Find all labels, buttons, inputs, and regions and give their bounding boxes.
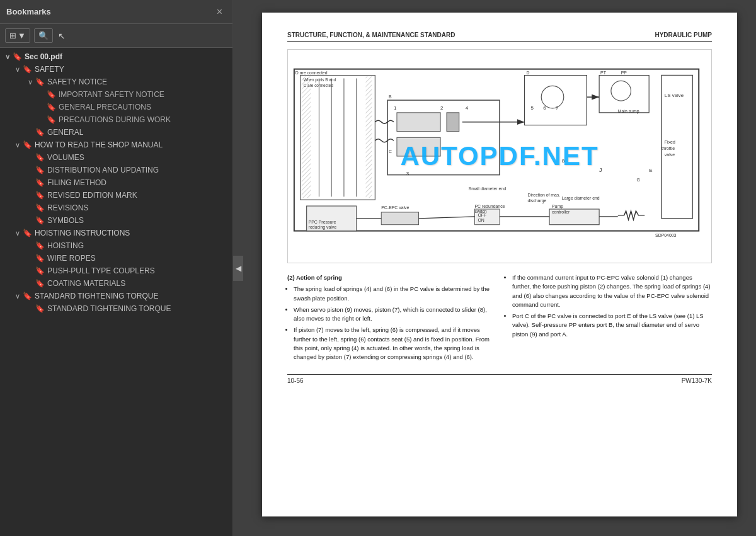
close-button[interactable]: × (213, 5, 226, 19)
bookmark-label: SAFETY NOTICE (47, 77, 232, 86)
bookmark-icon: 🔖 (23, 229, 32, 237)
pdf-page: STRUCTURE, FUNCTION, & MAINTENANCE STAND… (262, 13, 737, 516)
toggle-icon: ∨ (13, 292, 23, 300)
header-right: HYDRAULIC PUMP (655, 31, 712, 38)
bookmark-icon: 🔖 (23, 140, 32, 149)
bookmark-label: Sec 00.pdf (25, 52, 232, 61)
svg-rect-1 (301, 76, 375, 200)
svg-text:E: E (649, 168, 652, 173)
bookmark-item-safety[interactable]: ∨🔖SAFETY (0, 63, 232, 76)
svg-text:throttle: throttle (662, 146, 675, 151)
svg-text:discharge: discharge (527, 198, 546, 203)
bookmark-item-coating[interactable]: 🔖COATING MATERIALS (0, 277, 232, 290)
svg-text:When ports B and: When ports B and (304, 77, 336, 83)
svg-text:2: 2 (440, 105, 443, 111)
bookmark-item-root[interactable]: ∨🔖Sec 00.pdf (0, 50, 232, 63)
bookmark-item-distribution[interactable]: 🔖DISTRIBUTION AND UPDATING (0, 164, 232, 176)
svg-text:4: 4 (466, 105, 469, 111)
hydraulic-diagram: OFF ON D are connected When ports B and … (288, 50, 711, 263)
sidebar: Bookmarks × ⊞ ▼ 🔍 ↖ ∨🔖Sec 00.pdf∨🔖SAFETY… (0, 0, 233, 536)
bookmark-item-symbols[interactable]: 🔖SYMBOLS (0, 214, 232, 227)
svg-text:6: 6 (543, 105, 546, 111)
svg-text:Direction of mas.: Direction of mas. (527, 193, 560, 197)
bookmark-label: REVISED EDITION MARK (47, 191, 232, 200)
svg-text:7: 7 (556, 105, 558, 111)
bookmark-icon: 🔖 (35, 203, 45, 212)
bookmark-label: HOISTING (47, 241, 232, 250)
svg-text:J: J (599, 167, 602, 173)
svg-text:D are connected: D are connected (295, 71, 328, 75)
svg-text:D: D (526, 71, 529, 75)
bookmark-label: COATING MATERIALS (47, 279, 232, 288)
bookmark-item-wire-ropes[interactable]: 🔖WIRE ROPES (0, 252, 232, 265)
bookmark-item-general[interactable]: 🔖GENERAL (0, 126, 232, 139)
bookmark-label: PRECAUTIONS DURING WORK (59, 115, 232, 124)
bookmark-icon: 🔖 (35, 216, 45, 225)
bookmarks-tree: ∨🔖Sec 00.pdf∨🔖SAFETY∨🔖SAFETY NOTICE🔖IMPO… (0, 48, 232, 536)
bookmark-item-hoisting[interactable]: ∨🔖HOISTING INSTRUCTIONS (0, 227, 232, 239)
bookmark-label: SYMBOLS (47, 216, 232, 225)
svg-text:C are connected: C are connected (304, 83, 333, 88)
search-icon: 🔍 (38, 31, 49, 40)
svg-text:reducing valve: reducing valve (309, 225, 337, 230)
bookmark-item-safety-notice[interactable]: ∨🔖SAFETY NOTICE (0, 76, 232, 88)
bookmark-item-revisions[interactable]: 🔖REVISIONS (0, 202, 232, 214)
bookmark-label: HOISTING INSTRUCTIONS (35, 229, 232, 237)
toggle-icon: ∨ (13, 66, 23, 74)
svg-text:switch: switch (474, 209, 486, 214)
bullet-list-right: If the command current input to PC-EPC v… (506, 273, 712, 339)
toggle-icon: ∨ (13, 141, 23, 149)
svg-rect-7 (302, 77, 311, 198)
bookmark-item-volumes[interactable]: 🔖VOLUMES (0, 151, 232, 164)
toolbar: ⊞ ▼ 🔍 ↖ (0, 24, 232, 48)
bookmark-icon: 🔖 (35, 166, 45, 174)
svg-text:3: 3 (406, 171, 410, 176)
bookmark-item-how-to-read[interactable]: ∨🔖HOW TO READ THE SHOP MANUAL (0, 139, 232, 151)
header-left: STRUCTURE, FUNCTION, & MAINTENANCE STAND… (287, 31, 455, 38)
list-item: If piston (7) moves to the left, spring … (294, 326, 493, 362)
bookmark-item-push-pull[interactable]: 🔖PUSH-PULL TYPE COUPLERS (0, 265, 232, 277)
page-footer: 10-56 PW130-7K (287, 374, 712, 384)
svg-text:C: C (389, 149, 392, 154)
bookmark-item-precautions-during[interactable]: 🔖PRECAUTIONS DURING WORK (0, 113, 232, 126)
document-id: PW130-7K (682, 377, 712, 384)
grid-icon: ⊞ (9, 31, 16, 40)
bookmark-item-std-torque-sub[interactable]: 🔖STANDARD TIGHTENING TORQUE (0, 302, 232, 315)
bookmark-label: VOLUMES (47, 153, 232, 162)
svg-text:1: 1 (394, 105, 396, 111)
expand-collapse-button[interactable]: ⊞ ▼ (5, 28, 30, 43)
sidebar-title: Bookmarks (6, 7, 51, 16)
search-bookmark-button[interactable]: 🔍 (34, 28, 53, 43)
bookmark-icon: 🔖 (35, 254, 45, 263)
bookmark-label: WIRE ROPES (47, 254, 232, 263)
svg-rect-14 (599, 76, 649, 113)
bookmark-item-revised-edition[interactable]: 🔖REVISED EDITION MARK (0, 189, 232, 202)
svg-point-17 (611, 81, 631, 101)
svg-rect-13 (525, 76, 587, 125)
section-title: (2) Action of spring (287, 273, 493, 282)
svg-text:Pump: Pump (552, 204, 563, 209)
page-container[interactable]: STRUCTURE, FUNCTION, & MAINTENANCE STAND… (243, 0, 756, 536)
bookmark-label: IMPORTANT SAFETY NOTICE (59, 90, 232, 99)
sidebar-header: Bookmarks × (0, 0, 232, 24)
text-column-right: If the command current input to PC-EPC v… (506, 273, 712, 364)
svg-text:LS valve: LS valve (665, 93, 684, 98)
bookmark-item-general-precautions[interactable]: 🔖GENERAL PRECAUTIONS (0, 101, 232, 113)
svg-text:valve: valve (665, 152, 675, 157)
bookmark-icon: 🔖 (35, 241, 45, 250)
bookmark-icon: 🔖 (35, 178, 45, 187)
svg-text:Small diameter end: Small diameter end (469, 186, 507, 191)
svg-rect-22 (381, 212, 418, 225)
bookmark-label: HOW TO READ THE SHOP MANUAL (35, 140, 232, 149)
toggle-icon: ∨ (3, 53, 13, 61)
collapse-sidebar-button[interactable]: ◀ (233, 256, 243, 281)
bookmark-item-std-torque[interactable]: ∨🔖STANDARD TIGHTENING TORQUE (0, 290, 232, 302)
svg-line-28 (419, 217, 475, 219)
svg-text:SDP04003: SDP04003 (655, 233, 677, 237)
bookmark-item-important-safety[interactable]: 🔖IMPORTANT SAFETY NOTICE (0, 88, 232, 101)
list-item: If the command current input to PC-EPC v… (512, 273, 712, 309)
svg-text:PP: PP (621, 71, 627, 75)
svg-rect-8 (366, 77, 372, 198)
bookmark-item-hoisting-sub[interactable]: 🔖HOISTING (0, 239, 232, 252)
bookmark-item-filing-method[interactable]: 🔖FILING METHOD (0, 176, 232, 189)
